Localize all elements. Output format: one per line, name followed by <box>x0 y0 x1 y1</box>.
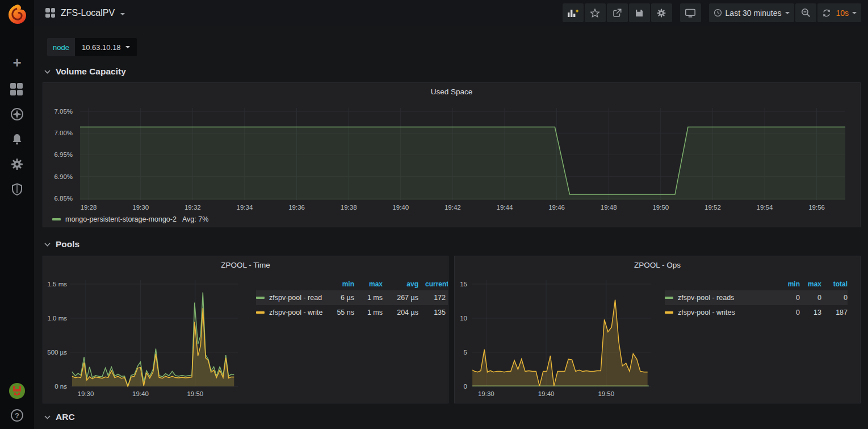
section-pools[interactable]: Pools <box>44 238 79 251</box>
legend-value: 13 <box>800 309 821 316</box>
svg-text:19:40: 19:40 <box>538 390 555 397</box>
legend-value: 172 <box>418 294 448 302</box>
legend-header-total[interactable]: total <box>821 280 848 288</box>
time-range-caret-icon <box>785 12 790 14</box>
legend-value: 0 <box>821 294 848 302</box>
dashboard-title[interactable]: ZFS-LocalPV <box>61 8 115 18</box>
cycle-view-mode-button[interactable] <box>680 3 701 22</box>
legend-series-name[interactable]: zfspv-pool - reads <box>665 294 773 302</box>
time-range-label: Last 30 minutes <box>726 9 782 18</box>
alerting-bell-icon[interactable] <box>10 132 24 146</box>
dashboard-title-caret-icon <box>120 13 125 15</box>
svg-text:10: 10 <box>460 315 467 322</box>
svg-text:19:30: 19:30 <box>478 390 494 397</box>
legend-header-avg[interactable]: avg <box>383 280 418 288</box>
legend-series-name-text: zfspv-pool - write <box>269 309 322 316</box>
chevron-down-icon <box>44 243 51 247</box>
legend-header-min[interactable]: min <box>773 280 800 288</box>
legend-series-name-text: zfspv-pool - writes <box>678 309 735 316</box>
user-avatar[interactable] <box>9 383 25 399</box>
tv-monitor-icon <box>685 8 696 18</box>
chevron-down-icon <box>44 415 51 419</box>
svg-text:19:42: 19:42 <box>445 204 461 211</box>
panel-title[interactable]: ZPOOL - Ops <box>455 256 860 273</box>
zpool-ops-series-fill <box>472 300 648 386</box>
legend-series-name[interactable]: zfspv-pool - read <box>256 294 330 302</box>
legend-value: 267 µs <box>383 294 418 302</box>
legend-series-dash <box>52 218 61 220</box>
svg-text:19:30: 19:30 <box>132 204 149 211</box>
dashboard-title-group[interactable]: ZFS-LocalPV <box>45 0 125 26</box>
section-label: ARC <box>56 412 75 422</box>
legend-value: 0 <box>773 294 800 302</box>
configuration-gear-icon[interactable] <box>10 157 24 171</box>
legend-value: 187 <box>821 309 848 316</box>
section-label: Pools <box>56 239 79 249</box>
template-variable-node: node 10.63.10.18 <box>47 38 137 56</box>
svg-text:19:36: 19:36 <box>288 204 305 211</box>
share-button[interactable] <box>607 3 628 22</box>
dashboards-icon[interactable] <box>10 83 24 97</box>
star-button[interactable] <box>585 3 606 22</box>
legend-series-name[interactable]: zfspv-pool - write <box>256 309 330 316</box>
legend-series-dash <box>665 297 673 299</box>
legend-value: 135 <box>418 309 448 316</box>
add-panel-button[interactable] <box>563 3 584 22</box>
refresh-picker[interactable]: 10s <box>817 3 861 22</box>
legend-series-name[interactable]: zfspv-pool - writes <box>665 309 773 316</box>
used-space-chart[interactable]: 19:2819:3019:3219:3419:3619:3819:4019:42… <box>43 100 860 216</box>
variable-name-label: node <box>47 38 75 56</box>
grafana-logo[interactable] <box>6 3 28 26</box>
legend-value: 6 µs <box>330 294 354 302</box>
svg-text:19:52: 19:52 <box>705 204 721 211</box>
svg-text:19:44: 19:44 <box>497 204 513 211</box>
legend-series-stat: Avg: 7% <box>182 215 208 223</box>
svg-text:6.90%: 6.90% <box>54 173 73 180</box>
legend-series-name-text: zfspv-pool - read <box>269 294 322 302</box>
legend-header-min[interactable]: min <box>330 280 354 288</box>
legend-header-max[interactable]: max <box>800 280 821 288</box>
dashboard-grid-icon <box>45 8 55 18</box>
legend-header-max[interactable]: max <box>354 280 383 288</box>
section-arc[interactable]: ARC <box>44 411 75 423</box>
refresh-interval-value[interactable]: 10s <box>836 9 849 18</box>
svg-text:19:50: 19:50 <box>187 390 203 397</box>
panel-title[interactable]: ZPOOL - Time <box>43 256 448 273</box>
svg-text:6.95%: 6.95% <box>54 151 73 158</box>
add-icon[interactable]: + <box>10 56 24 69</box>
panel-zpool-time: ZPOOL - Time 19:3019:4019:501.5 ms1.0 ms… <box>43 256 448 403</box>
save-icon <box>634 8 644 18</box>
zpool-time-legend: minmaxavgcurrentzfspv-pool - read6 µs1 m… <box>256 278 448 320</box>
legend-header-current[interactable]: current <box>418 280 448 288</box>
svg-text:1.5 ms: 1.5 ms <box>47 281 67 288</box>
legend-value: 0 <box>800 294 821 302</box>
legend-series-name[interactable]: mongo-persistent-storage-mongo-2 <box>65 215 177 223</box>
svg-text:19:28: 19:28 <box>81 204 97 211</box>
server-admin-shield-icon[interactable] <box>10 182 24 196</box>
svg-text:19:50: 19:50 <box>652 204 669 211</box>
save-button[interactable] <box>629 3 650 22</box>
zpool-ops-legend: minmaxtotalzfspv-pool - reads000zfspv-po… <box>665 278 848 320</box>
legend-row: zfspv-pool - writes013187 <box>665 305 848 320</box>
svg-text:19:56: 19:56 <box>808 204 825 211</box>
legend-value: 204 µs <box>383 309 418 316</box>
legend-series-name-text: zfspv-pool - reads <box>678 294 734 302</box>
settings-gear-icon <box>656 8 666 18</box>
time-range-picker[interactable]: Last 30 minutes <box>709 3 795 22</box>
dashboard-settings-button[interactable] <box>651 3 672 22</box>
panel-title[interactable]: Used Space <box>43 83 860 100</box>
zoom-out-button[interactable] <box>795 3 816 22</box>
variable-caret-icon <box>125 46 130 48</box>
explore-icon[interactable] <box>10 107 24 121</box>
svg-text:19:50: 19:50 <box>598 390 614 397</box>
help-icon[interactable]: ? <box>10 409 24 422</box>
section-label: Volume Capacity <box>56 66 126 77</box>
zpool-time-series-fill <box>72 308 234 386</box>
legend-header-row: minmaxavgcurrent <box>256 278 448 290</box>
top-navbar: ZFS-LocalPV <box>34 0 868 26</box>
section-volume-capacity[interactable]: Volume Capacity <box>44 65 126 78</box>
svg-text:15: 15 <box>460 281 467 288</box>
variable-value-dropdown[interactable]: 10.63.10.18 <box>75 38 137 56</box>
zoom-out-icon <box>800 7 811 18</box>
used-space-plot-svg[interactable]: 19:2819:3019:3219:3419:3619:3819:4019:42… <box>43 100 860 214</box>
